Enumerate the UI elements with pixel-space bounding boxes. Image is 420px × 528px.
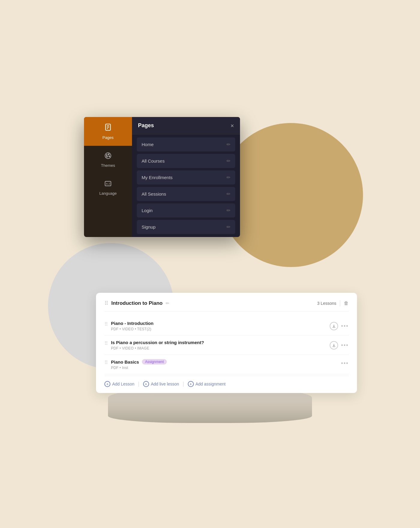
page-item-my-enrollments[interactable]: My Enrollments ✏: [137, 170, 235, 184]
lesson-right-2: •••: [330, 341, 349, 350]
svg-point-6: [108, 154, 109, 155]
course-drag-handle[interactable]: ⠿: [104, 300, 108, 307]
edit-icon-login[interactable]: ✏: [226, 208, 230, 213]
lesson-drag-2[interactable]: ⠿: [104, 340, 108, 346]
page-item-signup[interactable]: Signup ✏: [137, 220, 235, 234]
modal-header: Pages ×: [132, 117, 240, 134]
svg-point-4: [105, 153, 111, 159]
pages-icon: [104, 123, 112, 134]
modal-sidebar: Pages Themes: [84, 117, 132, 237]
svg-text:文: 文: [108, 182, 111, 185]
more-button-2[interactable]: •••: [341, 342, 349, 349]
edit-icon-all-sessions[interactable]: ✏: [226, 191, 230, 197]
lesson-right-1: •••: [330, 322, 349, 330]
modal-title: Pages: [138, 122, 154, 129]
pages-list: Home ✏ All Courses ✏ My Enrollments ✏ Al…: [132, 134, 240, 237]
course-header-left: ⠿ Introduction to Piano ✏: [104, 300, 170, 307]
course-header-right: 3 Lessons 🗑: [317, 300, 349, 306]
pages-modal: Pages Themes: [84, 117, 240, 237]
course-edit-icon[interactable]: ✏: [166, 301, 170, 306]
lessons-count: 3 Lessons: [317, 301, 336, 306]
lesson-info-2: Is Piano a percussion or string instrume…: [111, 340, 204, 350]
lesson-left-3: ⠿ Piano Basics Assignment PDF • Inst: [104, 359, 167, 370]
more-button-1[interactable]: •••: [341, 323, 349, 329]
language-icon: A 文: [104, 180, 112, 189]
modal-close-button[interactable]: ×: [230, 123, 234, 129]
sidebar-themes-label: Themes: [101, 163, 115, 168]
download-button-2[interactable]: [330, 341, 338, 350]
lesson-item-2: ⠿ Is Piano a percussion or string instru…: [104, 336, 349, 355]
page-item-all-sessions[interactable]: All Sessions ✏: [137, 187, 235, 201]
page-label-all-sessions: All Sessions: [142, 191, 166, 196]
lesson-left-2: ⠿ Is Piano a percussion or string instru…: [104, 340, 204, 350]
lesson-title-2: Is Piano a percussion or string instrume…: [111, 340, 204, 345]
sidebar-item-language[interactable]: A 文 Language: [84, 174, 132, 202]
add-live-lesson-label: Add live lesson: [151, 382, 179, 386]
lesson-right-3: •••: [341, 360, 349, 367]
edit-icon-my-enrollments[interactable]: ✏: [226, 175, 230, 180]
svg-text:A: A: [106, 182, 108, 185]
lesson-info-1: Piano - Introduction PDF • VIDEO • TEST(…: [111, 321, 154, 331]
lesson-meta-3: PDF • Inst: [111, 366, 167, 370]
add-live-lesson-plus-icon: +: [143, 381, 149, 387]
lesson-title-row-1: Piano - Introduction: [111, 321, 154, 326]
lesson-meta-2: PDF • VIDEO • IMAGE: [111, 346, 204, 350]
page-item-home[interactable]: Home ✏: [137, 137, 235, 152]
delete-course-icon[interactable]: 🗑: [344, 301, 349, 306]
modal-main-content: Pages × Home ✏ All Courses ✏ My Enrollme…: [132, 117, 240, 237]
lesson-drag-3[interactable]: ⠿: [104, 360, 108, 365]
header-divider: [340, 300, 340, 306]
svg-point-5: [106, 154, 107, 155]
edit-icon-home[interactable]: ✏: [226, 142, 230, 147]
page-label-signup: Signup: [142, 224, 156, 230]
lesson-left-1: ⠿ Piano - Introduction PDF • VIDEO • TES…: [104, 321, 154, 331]
page-label-all-courses: All Courses: [142, 158, 165, 164]
page-label-my-enrollments: My Enrollments: [142, 175, 172, 180]
sidebar-item-themes[interactable]: Themes: [84, 146, 132, 174]
svg-point-8: [106, 156, 107, 157]
edit-icon-signup[interactable]: ✏: [226, 224, 230, 230]
lesson-item-3: ⠿ Piano Basics Assignment PDF • Inst •••: [104, 355, 349, 374]
lesson-meta-1: PDF • VIDEO • TEST(2): [111, 327, 154, 331]
download-button-1[interactable]: [330, 322, 338, 330]
more-button-3[interactable]: •••: [341, 360, 349, 367]
add-live-lesson-button[interactable]: + Add live lesson: [140, 381, 183, 387]
add-assignment-label: Add assignment: [196, 382, 226, 386]
page-label-home: Home: [142, 142, 154, 147]
lesson-item-1: ⠿ Piano - Introduction PDF • VIDEO • TES…: [104, 316, 349, 336]
course-header: ⠿ Introduction to Piano ✏ 3 Lessons 🗑: [104, 300, 349, 312]
sidebar-language-label: Language: [99, 191, 117, 196]
course-title: Introduction to Piano: [111, 300, 163, 306]
sidebar-pages-label: Pages: [103, 135, 114, 140]
decorative-circle-gold: [219, 123, 363, 267]
sidebar-item-pages[interactable]: Pages: [84, 117, 132, 146]
page-item-all-courses[interactable]: All Courses ✏: [137, 154, 235, 168]
add-lesson-label: Add Lesson: [112, 382, 134, 386]
themes-icon: [104, 152, 112, 161]
lesson-title-row-2: Is Piano a percussion or string instrume…: [111, 340, 204, 345]
add-assignment-plus-icon: +: [188, 381, 194, 387]
course-card: ⠿ Introduction to Piano ✏ 3 Lessons 🗑 ⠿ …: [96, 293, 357, 393]
lesson-title-row-3: Piano Basics Assignment: [111, 359, 167, 364]
add-lesson-plus-icon: +: [104, 381, 110, 387]
page-label-login: Login: [142, 208, 153, 213]
lesson-drag-1[interactable]: ⠿: [104, 321, 108, 327]
card-footer: + Add Lesson | + Add live lesson | + Add…: [104, 376, 349, 387]
lesson-title-3: Piano Basics: [111, 359, 139, 364]
svg-point-7: [109, 156, 110, 157]
assignment-badge-3: Assignment: [142, 359, 167, 364]
add-assignment-button[interactable]: + Add assignment: [184, 381, 229, 387]
lesson-title-1: Piano - Introduction: [111, 321, 154, 326]
lesson-info-3: Piano Basics Assignment PDF • Inst: [111, 359, 167, 370]
edit-icon-all-courses[interactable]: ✏: [226, 158, 230, 164]
add-lesson-button[interactable]: + Add Lesson: [104, 381, 138, 387]
page-item-login[interactable]: Login ✏: [137, 203, 235, 218]
